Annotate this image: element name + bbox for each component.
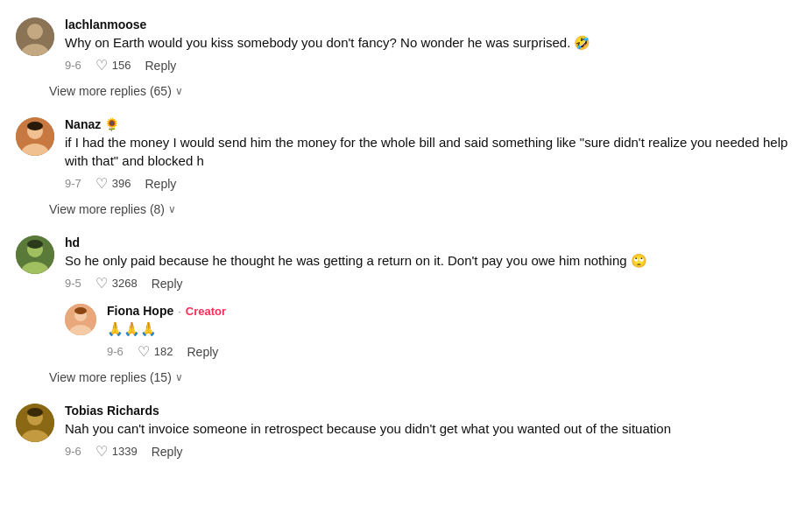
like-count: 1339 <box>112 445 138 458</box>
like-button[interactable]: ♡ 182 <box>138 343 173 360</box>
heart-icon: ♡ <box>95 275 108 292</box>
reply-button[interactable]: Reply <box>145 59 177 73</box>
svg-point-6 <box>27 122 43 130</box>
reply-button[interactable]: Reply <box>152 277 183 291</box>
svg-point-10 <box>27 240 43 249</box>
comment-tobias: Tobias Richards Nah you can't invoice so… <box>0 395 812 467</box>
comment-nanaz: Nanaz 🌻 if I had the money I would send … <box>0 109 812 199</box>
comment-text: So he only paid because he thought he wa… <box>65 251 796 270</box>
like-count: 3268 <box>112 277 138 290</box>
view-replies-label: View more replies (65) <box>49 84 172 98</box>
username: Tobias Richards <box>65 404 159 418</box>
creator-badge: Creator <box>186 305 226 318</box>
view-replies-button[interactable]: View more replies (8) ∨ <box>49 199 812 220</box>
comment-actions: 9-7 ♡ 396 Reply <box>65 175 796 192</box>
avatar <box>16 117 54 156</box>
avatar <box>16 404 54 442</box>
username: Nanaz 🌻 <box>65 117 119 131</box>
timestamp: 9-6 <box>107 345 124 358</box>
view-replies-label: View more replies (8) <box>49 202 165 216</box>
timestamp: 9-5 <box>65 277 81 290</box>
heart-icon: ♡ <box>95 57 108 74</box>
comment-text: Nah you can't invoice someone in retrosp… <box>65 419 796 438</box>
comment-hd: hd So he only paid because he thought he… <box>0 227 812 299</box>
heart-icon: ♡ <box>138 343 150 360</box>
username: Fiona Hope <box>107 304 173 318</box>
timestamp: 9-6 <box>65 59 81 72</box>
reply-button[interactable]: Reply <box>152 445 183 459</box>
view-replies-button[interactable]: View more replies (15) ∨ <box>49 367 812 388</box>
reply-button[interactable]: Reply <box>187 345 219 359</box>
like-button[interactable]: ♡ 1339 <box>95 443 138 460</box>
comment-text: if I had the money I would send him the … <box>65 133 796 170</box>
username: lachlanmoose <box>65 18 146 32</box>
timestamp: 9-6 <box>65 445 81 458</box>
heart-icon: ♡ <box>95 175 108 192</box>
reply-text: 🙏🙏🙏 <box>107 320 796 338</box>
comment-body: hd So he only paid because he thought he… <box>65 235 796 295</box>
avatar <box>16 18 54 56</box>
svg-point-14 <box>74 307 87 314</box>
comment-body: lachlanmoose Why on Earth would you kiss… <box>65 18 796 77</box>
reply-fiona: Fiona Hope · Creator 🙏🙏🙏 9-6 ♡ 182 Reply <box>0 299 812 367</box>
reply-body: Fiona Hope · Creator 🙏🙏🙏 9-6 ♡ 182 Reply <box>107 304 796 363</box>
like-count: 156 <box>112 59 131 72</box>
like-button[interactable]: ♡ 156 <box>95 57 131 74</box>
like-count: 182 <box>154 345 173 358</box>
chevron-down-icon: ∨ <box>175 371 183 383</box>
like-count: 396 <box>112 177 131 190</box>
avatar <box>16 235 54 274</box>
reply-actions: 9-6 ♡ 182 Reply <box>107 343 796 360</box>
view-replies-button[interactable]: View more replies (65) ∨ <box>49 81 812 102</box>
reply-button[interactable]: Reply <box>145 177 177 191</box>
comment-actions: 9-5 ♡ 3268 Reply <box>65 275 796 292</box>
heart-icon: ♡ <box>95 443 108 460</box>
chevron-down-icon: ∨ <box>168 203 176 215</box>
svg-point-1 <box>27 24 43 39</box>
like-button[interactable]: ♡ 396 <box>95 175 131 192</box>
username: hd <box>65 235 80 249</box>
comment-body: Nanaz 🌻 if I had the money I would send … <box>65 117 796 195</box>
svg-point-18 <box>27 408 43 417</box>
comment-lachlanmoose: lachlanmoose Why on Earth would you kiss… <box>0 9 812 81</box>
comment-actions: 9-6 ♡ 156 Reply <box>65 57 796 74</box>
comment-actions: 9-6 ♡ 1339 Reply <box>65 443 796 460</box>
comment-text: Why on Earth would you kiss somebody you… <box>65 33 796 52</box>
like-button[interactable]: ♡ 3268 <box>95 275 138 292</box>
avatar <box>65 304 96 335</box>
view-replies-label: View more replies (15) <box>49 370 172 384</box>
comment-body: Tobias Richards Nah you can't invoice so… <box>65 404 796 463</box>
timestamp: 9-7 <box>65 177 81 190</box>
separator: · <box>178 305 181 318</box>
chevron-down-icon: ∨ <box>175 85 183 97</box>
